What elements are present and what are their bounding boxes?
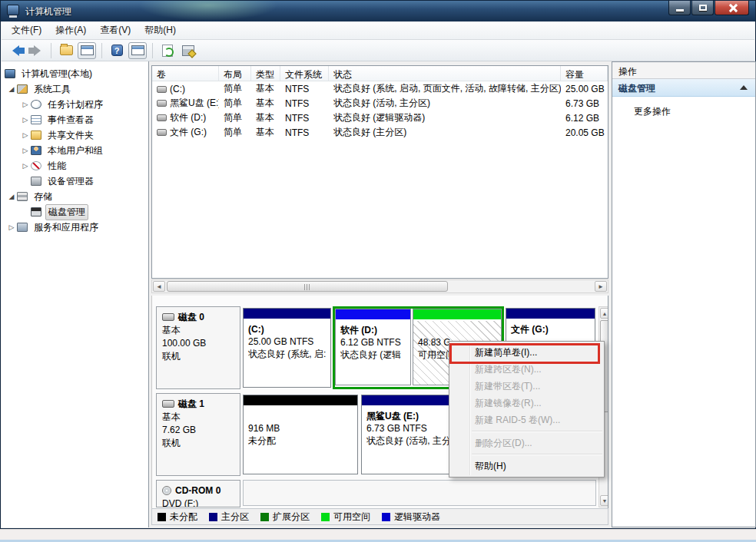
legend-logical-drive: 逻辑驱动器 <box>382 511 440 524</box>
expander-collapsed-icon[interactable]: ▷ <box>20 101 31 108</box>
disk-icon <box>162 400 174 408</box>
maximize-button[interactable] <box>691 1 714 15</box>
minimize-icon <box>676 9 684 12</box>
tree-item-storage[interactable]: ◢ 存储 <box>2 189 148 204</box>
tree-item-device-manager[interactable]: 设备管理器 <box>2 174 148 189</box>
show-console-tree-button[interactable] <box>78 42 96 59</box>
expander-collapsed-icon[interactable]: ▷ <box>20 131 31 139</box>
legend-primary-partition: 主分区 <box>209 511 249 524</box>
minimize-button[interactable] <box>668 1 691 15</box>
maximize-icon <box>699 5 707 11</box>
menu-view[interactable]: 查看(V) <box>93 21 138 39</box>
scroll-down-icon[interactable]: ▼ <box>600 495 608 506</box>
up-folder-button[interactable] <box>57 42 75 59</box>
volume-icon <box>157 114 167 121</box>
close-button[interactable] <box>715 1 749 15</box>
help-button[interactable] <box>108 42 126 59</box>
tree-item-performance[interactable]: ▷ 性能 <box>2 158 148 174</box>
column-header-status[interactable]: 状态 <box>329 66 561 81</box>
toolbar-separator <box>152 43 153 58</box>
scroll-up-icon[interactable]: ▲ <box>600 308 608 319</box>
legend-color-swatch <box>382 513 390 521</box>
show-action-pane-button[interactable] <box>128 42 147 59</box>
expander-collapsed-icon[interactable]: ▷ <box>6 223 17 231</box>
expander-collapsed-icon[interactable]: ▷ <box>20 147 31 154</box>
screen: 计算机管理 文件(F) 操作(A) 查看(V) 帮助(H) <box>0 0 756 542</box>
tree-item-services-apps[interactable]: ▷ 服务和应用程序 <box>2 220 148 235</box>
menu-separator <box>472 454 602 454</box>
volume-row-c[interactable]: (C:) 简单 基本 NTFS 状态良好 (系统, 启动, 页面文件, 活动, … <box>152 81 608 96</box>
forward-button[interactable] <box>27 42 45 59</box>
performance-icon <box>31 161 41 170</box>
tree-item-task-scheduler[interactable]: ▷ 任务计划程序 <box>2 97 148 112</box>
scroll-right-icon[interactable]: ► <box>595 281 607 292</box>
tree-item-event-viewer[interactable]: ▷ 事件查看器 <box>2 112 148 127</box>
tree-item-local-users[interactable]: ▷ 本地用户和组 <box>2 143 148 158</box>
column-header-filesystem[interactable]: 文件系统 <box>280 66 329 81</box>
expander-collapsed-icon[interactable]: ▷ <box>20 116 31 124</box>
menu-item-new-striped-volume: 新建带区卷(T)... <box>449 378 604 395</box>
console-view-icon <box>131 45 144 55</box>
more-actions-item[interactable]: 更多操作 <box>634 104 755 118</box>
back-button[interactable] <box>6 42 25 59</box>
column-header-type[interactable]: 类型 <box>251 66 280 81</box>
device-manager-icon <box>31 177 41 186</box>
disk-1-label[interactable]: 磁盘 1 基本 7.62 GB 联机 <box>156 393 240 476</box>
help-icon <box>111 45 123 56</box>
menu-item-help[interactable]: 帮助(H) <box>449 458 604 474</box>
horizontal-scrollbar[interactable]: ◄ ► <box>151 279 608 293</box>
horizontal-scroll-thumb[interactable] <box>167 281 448 292</box>
partition-d[interactable]: 软件 (D:) 6.12 GB NTFS 状态良好 (逻辑 <box>335 309 411 385</box>
title-bar: 计算机管理 <box>1 1 755 21</box>
refresh-button[interactable] <box>158 42 177 59</box>
tree-item-system-tools[interactable]: ◢ 系统工具 <box>2 81 148 97</box>
disk-console-button[interactable] <box>179 42 197 59</box>
storage-icon <box>17 192 28 201</box>
free-space-bar <box>413 309 501 320</box>
legend-color-swatch <box>260 513 269 521</box>
column-header-capacity[interactable]: 容量 <box>561 66 608 81</box>
column-header-layout[interactable]: 布局 <box>219 66 251 81</box>
unallocated-region[interactable]: 916 MB 未分配 <box>243 395 358 474</box>
volume-row-e[interactable]: 黑鲨U盘 (E:) 简单 基本 NTFS 状态良好 (活动, 主分区) 6.73… <box>152 96 608 111</box>
column-header-volume[interactable]: 卷 <box>152 66 219 81</box>
red-highlight-annotation <box>449 343 600 364</box>
tree-item-shared-folders[interactable]: ▷ 共享文件夹 <box>2 127 148 143</box>
tree-item-disk-management[interactable]: 磁盘管理 <box>2 204 148 220</box>
desktop-strip <box>0 529 756 542</box>
volume-row-d[interactable]: 软件 (D:) 简单 基本 NTFS 状态良好 (逻辑驱动器) 6.12 GB <box>152 111 608 125</box>
tools-icon <box>17 84 28 94</box>
legend-color-swatch <box>158 513 166 521</box>
legend-color-swatch <box>321 513 330 521</box>
expander-expanded-icon[interactable]: ◢ <box>6 193 17 200</box>
shared-folders-icon <box>31 131 41 140</box>
actions-section-disk-management[interactable]: 磁盘管理 <box>612 79 755 97</box>
disk-console-icon <box>182 45 194 56</box>
volume-list-header: 卷 布局 类型 文件系统 状态 容量 <box>152 66 608 81</box>
toolbar-separator <box>101 43 102 58</box>
close-icon <box>728 4 737 12</box>
computer-icon <box>5 69 15 78</box>
menu-action[interactable]: 操作(A) <box>48 21 93 39</box>
unallocated-bar <box>244 395 357 406</box>
forward-icon <box>34 45 46 56</box>
volume-row-g[interactable]: 文件 (G:) 简单 基本 NTFS 状态良好 (主分区) 20.05 GB <box>152 125 608 140</box>
task-scheduler-icon <box>31 100 41 109</box>
cdrom-0-label[interactable]: CD-ROM 0 DVD (F:) <box>156 480 240 507</box>
refresh-icon <box>162 45 173 57</box>
menu-file[interactable]: 文件(F) <box>5 21 48 39</box>
app-icon <box>7 5 19 15</box>
tree-item-computer-management[interactable]: 计算机管理(本地) <box>2 66 148 81</box>
titlebar-glow <box>139 1 277 21</box>
window-title: 计算机管理 <box>25 5 71 18</box>
disk-0-label[interactable]: 磁盘 0 基本 100.00 GB 联机 <box>156 306 240 389</box>
partition-c[interactable]: (C:) 25.00 GB NTFS 状态良好 (系统, 启: <box>243 308 331 388</box>
scroll-left-icon[interactable]: ◄ <box>153 281 165 292</box>
expander-expanded-icon[interactable]: ◢ <box>6 85 17 93</box>
expander-collapsed-icon[interactable]: ▷ <box>20 162 31 170</box>
toolbar <box>2 40 754 61</box>
disk-management-icon <box>31 207 41 216</box>
services-icon <box>17 223 28 232</box>
menu-help[interactable]: 帮助(H) <box>138 21 183 39</box>
collapse-section-icon[interactable] <box>740 85 748 90</box>
